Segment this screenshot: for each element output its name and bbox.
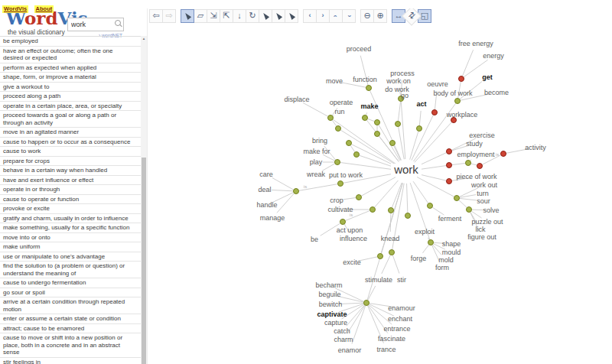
graph-word-label[interactable]: care	[259, 171, 273, 178]
cursor-connect-button[interactable]	[272, 9, 285, 23]
graph-word-label[interactable]: trance	[376, 346, 396, 353]
definition-item[interactable]: give a workout to	[0, 83, 141, 93]
definition-item[interactable]: cause to work	[0, 147, 141, 157]
graph-node[interactable]	[417, 126, 422, 132]
scroll-up-icon[interactable]: ▲	[141, 36, 147, 42]
definition-item[interactable]: prepare for crops	[0, 157, 141, 167]
graph-word-label[interactable]: enamour	[388, 304, 415, 312]
graph-word-label[interactable]: capture	[324, 319, 347, 327]
graph-word-label[interactable]: becharm	[315, 281, 342, 289]
graph-word-label[interactable]: employment	[457, 151, 495, 158]
graph-word-label[interactable]: forge	[411, 255, 427, 262]
definition-item[interactable]: shape, form, or improve a material	[0, 73, 141, 83]
graph-word-label[interactable]: exercise	[469, 132, 495, 139]
graph-node[interactable]	[338, 181, 343, 187]
about-link[interactable]: About	[34, 5, 54, 13]
graph-node[interactable]	[477, 164, 483, 169]
pan-down-button[interactable]: ›	[342, 9, 356, 23]
graph-word-label[interactable]: catch	[334, 327, 350, 335]
zoom-in-button[interactable]: ⊕	[373, 9, 387, 23]
graph-word-label[interactable]: act	[416, 100, 426, 108]
graph-node[interactable]	[447, 163, 452, 168]
graph-node[interactable]	[378, 254, 383, 259]
graph-word-label[interactable]: enamor	[338, 346, 362, 354]
graph-word-label[interactable]: form	[435, 264, 449, 271]
graph-word-label[interactable]: mold	[438, 256, 454, 264]
forward-button[interactable]: ⇨	[162, 9, 176, 23]
graph-word-label[interactable]: work on	[386, 77, 411, 85]
definition-item[interactable]: cause to undergo fermentation	[0, 278, 141, 288]
graph-word-label[interactable]: captivate	[317, 310, 347, 318]
graph-word-label[interactable]: sour	[477, 197, 490, 205]
graph-node[interactable]	[454, 196, 460, 201]
eraser-button[interactable]: ▱	[194, 9, 207, 23]
graph-node[interactable]	[366, 86, 372, 91]
graph-node[interactable]	[447, 179, 452, 184]
graph-node[interactable]	[467, 207, 472, 213]
graph-node[interactable]	[363, 115, 368, 121]
graph-word-label[interactable]: shape	[442, 240, 461, 248]
definition-item[interactable]: be employed	[0, 37, 141, 47]
definition-item[interactable]: operate in or through	[0, 185, 141, 195]
rotate-button[interactable]: ↻	[246, 9, 259, 23]
definition-item[interactable]: proceed along a path	[0, 92, 141, 102]
graph-node[interactable]	[340, 219, 346, 225]
central-word-label[interactable]: work	[393, 163, 418, 176]
wordvis-home-link[interactable]: WordVis	[2, 5, 28, 13]
graph-word-label[interactable]: knead	[381, 235, 400, 242]
definition-item[interactable]: stir feelings in	[0, 358, 141, 364]
graph-node[interactable]	[354, 152, 360, 158]
definition-item[interactable]: make uniform	[0, 242, 141, 252]
graph-node[interactable]	[405, 213, 411, 219]
graph-word-label[interactable]: work out	[470, 181, 498, 189]
graph-word-label[interactable]: turn	[477, 190, 489, 197]
graph-word-label[interactable]: stimulate	[365, 276, 392, 284]
graph-word-label[interactable]: act upon	[337, 226, 363, 234]
graph-node[interactable]	[389, 250, 395, 255]
graph-word-label[interactable]: make for	[303, 148, 330, 155]
graph-word-label[interactable]: function	[353, 76, 377, 83]
definition-item[interactable]: provoke or excite	[0, 204, 141, 214]
graph-node[interactable]	[455, 99, 461, 104]
graph-word-label[interactable]: puzzle out	[471, 218, 503, 226]
scrollbar-thumb[interactable]	[142, 158, 146, 364]
graph-word-label[interactable]: study	[466, 140, 483, 148]
definition-item[interactable]: cause to happen or to occur as a consequ…	[0, 138, 141, 148]
definition-item[interactable]: operate in a certain place, area, or spe…	[0, 102, 141, 112]
graph-word-label[interactable]: excite	[343, 258, 361, 266]
graph-word-label[interactable]: crop	[330, 197, 343, 204]
definition-item[interactable]: proceed towards a goal or along a path o…	[0, 111, 141, 128]
definition-item[interactable]: go sour or spoil	[0, 288, 141, 298]
graph-word-label[interactable]: put to work	[329, 171, 363, 179]
definition-item[interactable]: attract; cause to be enamored	[0, 324, 141, 334]
definition-item[interactable]: move into or onto	[0, 233, 141, 243]
graph-word-label[interactable]: activity	[525, 144, 546, 151]
graph-word-label[interactable]: charm	[334, 336, 353, 343]
graph-node[interactable]	[428, 203, 433, 209]
back-button[interactable]: ⇦	[149, 9, 163, 23]
pointer-button[interactable]	[181, 9, 194, 23]
pan-right-button[interactable]: ›	[316, 9, 330, 23]
definition-item[interactable]: gratify and charm, usually in order to i…	[0, 214, 141, 224]
link-in-button[interactable]: ⇱	[220, 9, 233, 23]
graph-node[interactable]	[294, 189, 299, 194]
graph-word-label[interactable]: proceed	[347, 45, 372, 53]
graph-word-label[interactable]: make	[360, 102, 378, 110]
graph-word-label[interactable]: lick	[476, 226, 486, 233]
graph-word-label[interactable]: piece of work	[456, 173, 497, 180]
cursor-select-button[interactable]	[259, 9, 272, 23]
graph-word-label[interactable]: body of work	[433, 89, 473, 97]
graph-node[interactable]	[370, 207, 376, 213]
definition-item[interactable]: enter or assume a certain state or condi…	[0, 314, 141, 324]
graph-word-label[interactable]: cultivate	[327, 206, 353, 213]
search-icon[interactable]	[115, 20, 121, 26]
definition-item[interactable]: behave in a certain way when handled	[0, 166, 141, 176]
graph-node[interactable]	[389, 208, 394, 213]
pan-up-button[interactable]: ›	[329, 9, 343, 23]
link-out-button[interactable]: ⇲	[207, 9, 220, 23]
pull-down-button[interactable]: ↓	[233, 9, 246, 23]
graph-word-label[interactable]: figure out	[467, 233, 496, 241]
definition-item[interactable]: cause to operate or function	[0, 195, 141, 205]
graph-node[interactable]	[459, 76, 464, 82]
graph-word-label[interactable]: beguile	[318, 291, 340, 298]
